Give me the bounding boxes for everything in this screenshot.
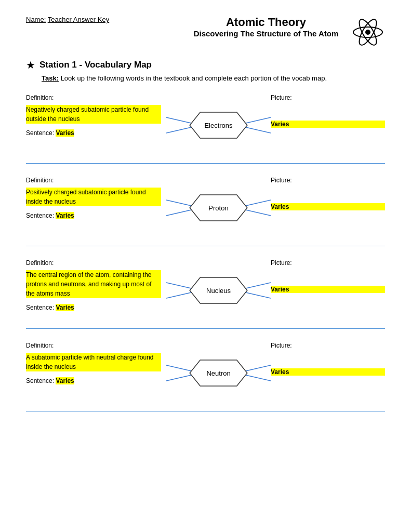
row-inner-neutron: Definition: A subatomic particle with ne… — [26, 339, 385, 407]
vocab-row-nucleus: Definition: The central region of the at… — [26, 257, 385, 329]
center-area-proton: Proton — [166, 174, 271, 242]
term-label-nucleus: Nucleus — [202, 285, 235, 297]
term-label-electrons: Electrons — [200, 119, 236, 131]
sentence-varies-nucleus: Varies — [56, 304, 74, 311]
star-icon: ★ — [26, 59, 35, 71]
definition-text-electrons: Negatively charged subatomic particle fo… — [26, 105, 161, 124]
title-block: Atomic Theory Discovering The Structure … — [186, 16, 346, 38]
left-content-neutron: Definition: A subatomic particle with ne… — [26, 339, 166, 384]
sentence-varies-electrons: Varies — [56, 129, 74, 137]
station-title: Station 1 - Vocabulary Map — [39, 60, 152, 70]
sentence-line-nucleus: Sentence: Varies — [26, 304, 161, 311]
separator-proton — [26, 246, 385, 246]
separator-neutron — [26, 411, 385, 411]
header-left: Name: Teacher Answer Key — [26, 16, 186, 25]
center-area-nucleus: Nucleus — [166, 257, 271, 324]
svg-point-0 — [365, 30, 370, 35]
header: Name: Teacher Answer Key Atomic Theory D… — [26, 16, 385, 49]
right-content-electrons: Picture: Varies — [271, 91, 385, 128]
sentence-varies-proton: Varies — [56, 212, 74, 219]
right-content-nucleus: Picture: Varies — [271, 257, 385, 293]
separator-electrons — [26, 163, 385, 164]
row-inner-nucleus: Definition: The central region of the at… — [26, 257, 385, 324]
picture-varies-electrons: Varies — [271, 121, 385, 128]
name-line: Name: Teacher Answer Key — [26, 16, 186, 23]
term-label-neutron: Neutron — [202, 367, 234, 379]
row-inner-electrons: Definition: Negatively charged subatomic… — [26, 91, 385, 159]
picture-label-proton: Picture: — [271, 177, 385, 184]
separator-nucleus — [26, 328, 385, 329]
sentence-line-electrons: Sentence: Varies — [26, 129, 161, 137]
center-area-neutron: Neutron — [166, 339, 271, 407]
definition-label-nucleus: Definition: — [26, 259, 161, 267]
right-content-proton: Picture: Varies — [271, 174, 385, 210]
task-text: Look up the following words in the textb… — [61, 74, 327, 82]
picture-label-electrons: Picture: — [271, 94, 385, 101]
sentence-varies-neutron: Varies — [56, 377, 74, 384]
definition-label-proton: Definition: — [26, 177, 161, 184]
picture-varies-neutron: Varies — [271, 368, 385, 376]
picture-label-nucleus: Picture: — [271, 259, 385, 267]
right-content-neutron: Picture: Varies — [271, 339, 385, 376]
left-content-electrons: Definition: Negatively charged subatomic… — [26, 91, 166, 137]
vocab-row-electrons: Definition: Negatively charged subatomic… — [26, 91, 385, 164]
row-inner-proton: Definition: Positively charged subatomic… — [26, 174, 385, 242]
sentence-line-proton: Sentence: Varies — [26, 212, 161, 219]
definition-text-proton: Positively charged subatomic particle fo… — [26, 188, 161, 206]
picture-label-neutron: Picture: — [271, 342, 385, 349]
term-label-proton: Proton — [204, 202, 232, 214]
definition-text-neutron: A subatomic particle with neutral charge… — [26, 353, 161, 371]
picture-varies-proton: Varies — [271, 203, 385, 210]
definition-label-electrons: Definition: — [26, 94, 161, 101]
task-line: Task: Look up the following words in the… — [42, 74, 385, 82]
vocab-row-proton: Definition: Positively charged subatomic… — [26, 174, 385, 246]
name-label: Name: — [26, 16, 46, 23]
left-content-proton: Definition: Positively charged subatomic… — [26, 174, 166, 219]
vocab-row-neutron: Definition: A subatomic particle with ne… — [26, 339, 385, 411]
name-value: Teacher Answer Key — [48, 16, 110, 23]
left-content-nucleus: Definition: The central region of the at… — [26, 257, 166, 311]
sub-title: Discovering The Structure of The Atom — [186, 29, 346, 38]
picture-varies-nucleus: Varies — [271, 286, 385, 293]
task-label: Task: — [42, 74, 59, 82]
vocab-rows: Definition: Negatively charged subatomic… — [26, 91, 385, 411]
definition-text-nucleus: The central region of the atom, containi… — [26, 270, 161, 298]
definition-label-neutron: Definition: — [26, 342, 161, 349]
main-title: Atomic Theory — [186, 16, 346, 29]
sentence-line-neutron: Sentence: Varies — [26, 377, 161, 384]
atom-icon — [351, 16, 385, 49]
center-area-electrons: Electrons — [166, 91, 271, 159]
station-header: ★ Station 1 - Vocabulary Map — [26, 59, 385, 71]
